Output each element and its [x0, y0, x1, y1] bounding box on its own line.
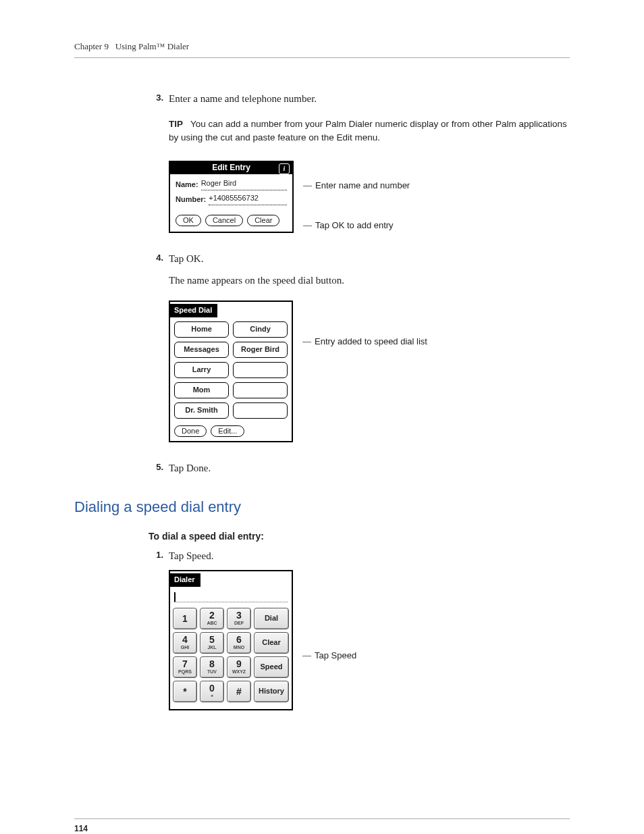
speed-dial-entry[interactable]: Larry [174, 362, 229, 378]
dialer-display[interactable] [174, 591, 288, 602]
speed-dial-entry[interactable]: Roger Bird [233, 342, 288, 358]
step-4-followup: The name appears on the speed dial butto… [169, 273, 570, 288]
step-5: 5. Tap Done. [149, 461, 570, 476]
done-button[interactable]: Done [174, 425, 207, 437]
speed-dial-entry[interactable]: Home [174, 321, 229, 338]
name-label: Name: [176, 180, 198, 190]
dialer-key-*[interactable]: * [173, 681, 197, 702]
step-text: Tap OK. [169, 252, 570, 267]
dialer-key-#[interactable]: # [227, 681, 251, 702]
name-input[interactable]: Roger Bird [201, 178, 287, 190]
step-3: 3. Enter a name and telephone number. [149, 92, 570, 107]
step-d1: 1. Tap Speed. [149, 549, 570, 564]
step-text: Tap Done. [169, 461, 570, 476]
dialer-key-2[interactable]: 2ABC [200, 608, 224, 629]
callout-entry-added: Entry added to speed dial list [305, 336, 427, 348]
info-icon[interactable]: i [279, 163, 290, 174]
dialer-key-5[interactable]: 5JKL [200, 632, 224, 654]
speed-dial-entry[interactable]: Dr. Smith [174, 402, 229, 419]
edit-button[interactable]: Edit... [211, 425, 244, 437]
step-number: 3. [149, 92, 169, 107]
tip-text: You can add a number from your Palm Dial… [169, 119, 567, 142]
step-number: 4. [149, 252, 169, 267]
dialer-dial-button[interactable]: Dial [254, 608, 289, 629]
ok-button[interactable]: OK [176, 215, 201, 226]
step-text: Tap Speed. [169, 549, 570, 564]
speed-dial-screen: Speed Dial HomeCindyMessagesRoger BirdLa… [169, 301, 293, 442]
name-field-row: Name: Roger Bird [176, 178, 287, 190]
number-input[interactable]: +14085556732 [209, 193, 287, 205]
speed-dial-entry[interactable]: Messages [174, 342, 229, 358]
dialer-key-3[interactable]: 3DEF [227, 608, 251, 629]
dialer-key-6[interactable]: 6MNO [227, 632, 251, 654]
dialer-clear-button[interactable]: Clear [254, 632, 289, 654]
dialer-speed-button[interactable]: Speed [254, 656, 289, 678]
cursor-icon [174, 592, 176, 602]
dialer-key-8[interactable]: 8TUV [200, 656, 224, 678]
step-number: 5. [149, 461, 169, 476]
page-number: 114 [74, 818, 570, 834]
chapter-header: Chapter 9 Using Palm™ Dialer [74, 41, 570, 58]
dialer-history-button[interactable]: History [254, 681, 289, 702]
callout-tap-speed: Tap Speed [305, 650, 356, 662]
tip-block: TIP You can add a number from your Palm … [169, 118, 570, 145]
dialer-key-7[interactable]: 7PQRS [173, 656, 197, 678]
section-heading: Dialing a speed dial entry [74, 496, 570, 518]
step-text: Enter a name and telephone number. [169, 92, 570, 107]
speed-dial-entry[interactable] [233, 402, 288, 419]
callout-tap-ok: Tap OK to add entry [306, 219, 410, 232]
dialer-key-4[interactable]: 4GHI [173, 632, 197, 654]
speed-dial-entry[interactable]: Cindy [233, 321, 288, 338]
callout-enter-name: Enter name and number [306, 180, 410, 192]
chapter-number: Chapter 9 [74, 41, 109, 51]
cancel-button[interactable]: Cancel [205, 215, 243, 226]
dialer-key-9[interactable]: 9WXYZ [227, 656, 251, 678]
dialer-key-0[interactable]: 0+ [200, 681, 224, 702]
speed-dial-entry[interactable] [233, 382, 288, 398]
step-4: 4. Tap OK. [149, 252, 570, 267]
clear-button[interactable]: Clear [247, 215, 279, 226]
tip-label: TIP [169, 119, 183, 129]
dialog-titlebar: Edit Entry i [170, 162, 292, 174]
dialer-key-1[interactable]: 1 [173, 608, 197, 629]
dialer-tab[interactable]: Dialer [169, 573, 200, 587]
speed-dial-entry[interactable]: Mom [174, 382, 229, 398]
edit-entry-dialog: Edit Entry i Name: Roger Bird Number: +1… [169, 161, 294, 233]
step-number: 1. [149, 549, 169, 564]
section-subheading: To dial a speed dial entry: [149, 529, 570, 543]
speed-dial-tab[interactable]: Speed Dial [169, 304, 217, 317]
number-field-row: Number: +14085556732 [176, 193, 287, 205]
dialer-screen: Dialer 12ABC3DEFDial4GHI5JKL6MNOClear7PQ… [169, 570, 293, 710]
speed-dial-entry[interactable] [233, 362, 288, 378]
number-label: Number: [176, 194, 206, 205]
chapter-title: Using Palm™ Dialer [115, 41, 190, 51]
dialog-title: Edit Entry [212, 162, 250, 174]
